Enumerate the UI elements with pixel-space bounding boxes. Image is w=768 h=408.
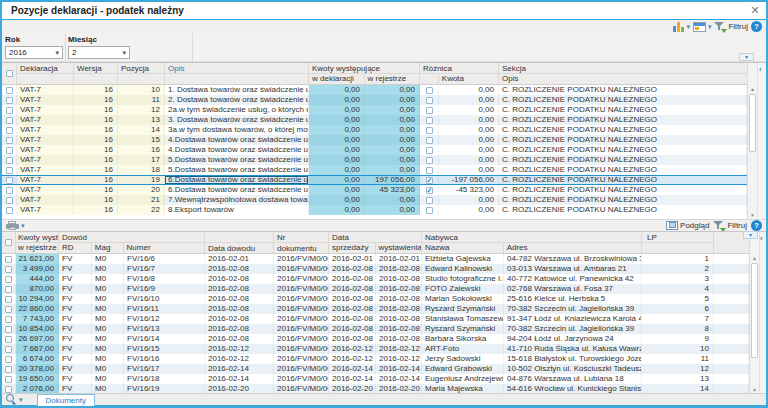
row-checkbox[interactable] — [6, 87, 13, 94]
chart-button[interactable]: ▾ — [673, 22, 690, 32]
row-checkbox[interactable] — [426, 157, 433, 164]
table-row[interactable]: 10 294,00FVM0FV/16/102016-02-082016/FV/M… — [2, 294, 749, 304]
column-group-data[interactable]: Data sprzedażywystawienia — [329, 232, 422, 253]
row-checkbox[interactable] — [5, 366, 12, 373]
row-checkbox[interactable] — [5, 326, 12, 333]
column-header-wersja[interactable]: Wersja — [74, 63, 118, 84]
row-checkbox[interactable] — [5, 306, 12, 313]
row-checkbox[interactable] — [6, 137, 13, 144]
table-row[interactable]: VAT-716133. Dostawa towarów oraz świadcz… — [2, 115, 747, 125]
table-row[interactable]: 22 860,00FVM0FV/16/112016-02-082016/FV/M… — [2, 304, 749, 314]
table-row[interactable]: 6 674,00FVM0FV/16/162016-02-122016/FV/M0… — [2, 354, 749, 364]
vertical-scrollbar[interactable]: ▲ ▼ — [749, 254, 759, 394]
row-checkbox[interactable] — [5, 356, 12, 363]
table-row[interactable]: VAT-716175.Dostawa towarów oraz świadcze… — [2, 155, 747, 165]
row-checkbox[interactable]: ✓ — [426, 187, 433, 194]
row-checkbox[interactable] — [5, 386, 12, 393]
magnifier-icon[interactable] — [6, 394, 17, 405]
column-header-pozycja[interactable]: Pozycja — [118, 63, 165, 84]
table-row[interactable]: 444,00FVM0FV/16/82016-02-082016/FV/M0/00… — [2, 274, 749, 284]
column-header-opis[interactable]: Opis — [165, 63, 309, 84]
table-row[interactable]: 870,00FVM0FV/16/92016-02-082016/FV/M0/00… — [2, 284, 749, 294]
chevron-down-icon[interactable]: ▾ — [19, 397, 23, 403]
row-checkbox[interactable] — [426, 167, 433, 174]
preview-button[interactable]: Podgląd — [666, 221, 709, 230]
table-row[interactable]: VAT-716143a.w tym dostawa towarów, o któ… — [2, 125, 747, 135]
row-checkbox[interactable] — [426, 207, 433, 214]
column-header-nr-dokumentu[interactable]: Nrdokumentu — [274, 232, 329, 253]
row-checkbox[interactable] — [426, 117, 433, 124]
row-checkbox[interactable] — [6, 107, 13, 114]
column-group-dowod[interactable]: Dowód RDMagNumer — [59, 232, 205, 253]
table-row[interactable]: VAT-716196.Dostawa towarów oraz świadcze… — [2, 175, 747, 185]
table-row[interactable]: 3 499,00FVM0FV/16/72016-02-082016/FV/M0/… — [2, 264, 749, 274]
row-checkbox[interactable] — [5, 376, 12, 383]
collapse-panel-button[interactable]: ▾ — [743, 231, 758, 239]
column-group-nabywca[interactable]: Nabywca NazwaAdres — [422, 232, 642, 253]
year-select[interactable]: 2016▾ — [5, 46, 63, 59]
row-checkbox[interactable] — [6, 197, 13, 204]
table-row[interactable]: VAT-716122a.w tym świadczenie usług, o k… — [2, 105, 747, 115]
select-all-checkbox[interactable] — [2, 232, 16, 253]
table-row[interactable]: 20 378,00FVM0FV/16/172016-02-142016/FV/M… — [2, 364, 749, 374]
help-icon[interactable]: ? — [751, 21, 762, 32]
row-checkbox[interactable] — [6, 127, 13, 134]
tab-dokumenty[interactable]: Dokumenty — [37, 394, 95, 406]
row-checkbox[interactable] — [426, 107, 433, 114]
row-checkbox[interactable] — [5, 296, 12, 303]
column-header-lp[interactable]: LP — [642, 232, 714, 253]
row-checkbox[interactable] — [6, 117, 13, 124]
row-checkbox[interactable] — [426, 197, 433, 204]
column-group-kwoty[interactable]: Kwoty występują w rejestrze — [16, 232, 59, 253]
table-row[interactable]: VAT-716206.Dostawa towarów oraz świadcze… — [2, 185, 747, 195]
row-checkbox[interactable] — [5, 286, 12, 293]
row-checkbox[interactable] — [6, 167, 13, 174]
table-row[interactable]: 7 667,00FVM0FV/16/152016-02-122016/FV/M0… — [2, 344, 749, 354]
month-select[interactable]: 2▾ — [68, 46, 130, 59]
table-row[interactable]: VAT-716154.Dostawa towarów oraz świadcze… — [2, 135, 747, 145]
table-row[interactable]: 21 621,00FVM0FV/16/62016-02-012016/FV/M0… — [2, 254, 749, 264]
table-row[interactable]: VAT-716164.Dostawa towarów oraz świadcze… — [2, 145, 747, 155]
select-all-checkbox[interactable] — [2, 63, 17, 84]
row-checkbox[interactable] — [426, 127, 433, 134]
row-checkbox[interactable] — [5, 346, 12, 353]
close-icon[interactable]: ✕ — [748, 4, 762, 17]
row-checkbox[interactable] — [5, 316, 12, 323]
filter-button-bottom[interactable]: Filtruj — [713, 221, 747, 231]
collapse-left-icon[interactable]: ‹ — [759, 65, 762, 74]
row-checkbox[interactable] — [6, 207, 13, 214]
scrollbar-thumb[interactable] — [749, 94, 756, 152]
row-checkbox[interactable] — [5, 276, 12, 283]
column-header-deklaracja[interactable]: Deklaracja — [17, 63, 74, 84]
vertical-scrollbar[interactable]: ▲ ▼ — [747, 85, 757, 219]
column-group-sekcja[interactable]: Sekcja Opis — [499, 63, 747, 84]
row-checkbox[interactable] — [6, 177, 13, 184]
row-checkbox[interactable] — [5, 266, 12, 273]
column-group-roznica[interactable]: Różnica Kwota — [420, 63, 499, 84]
filter-button[interactable]: Filtruj — [714, 22, 748, 32]
column-header-data-dowodu[interactable]: Data dowodu — [205, 232, 274, 253]
row-checkbox[interactable] — [6, 187, 13, 194]
row-checkbox[interactable] — [426, 147, 433, 154]
scroll-down-icon[interactable]: ▼ — [748, 211, 757, 219]
table-row[interactable]: 10 854,00FVM0FV/16/132016-02-082016/FV/M… — [2, 324, 749, 334]
collapse-panel-button[interactable]: ▾ — [739, 53, 754, 61]
row-checkbox[interactable] — [6, 97, 13, 104]
table-row[interactable]: 19 650,00FVM0FV/16/182016-02-142016/FV/M… — [2, 374, 749, 384]
collapse-left-icon[interactable]: ‹ — [760, 234, 763, 243]
scroll-up-icon[interactable]: ▲ — [750, 254, 759, 262]
row-checkbox[interactable]: ✓ — [426, 177, 433, 184]
table-row[interactable]: VAT-716101. Dostawa towarów oraz świadcz… — [2, 85, 747, 95]
row-checkbox[interactable] — [5, 336, 12, 343]
table-row[interactable]: VAT-716217.Wewnątrzwspólnotowa dostawa t… — [2, 195, 747, 205]
row-checkbox[interactable] — [426, 87, 433, 94]
print-button[interactable]: ▾ — [2, 221, 25, 231]
column-group-kwoty[interactable]: Kwoty występujące w deklaracjiw rejestrz… — [309, 63, 420, 84]
table-row[interactable]: VAT-716112. Dostawa towarów oraz świadcz… — [2, 95, 747, 105]
scroll-up-icon[interactable]: ▲ — [748, 85, 757, 93]
row-checkbox[interactable] — [6, 157, 13, 164]
table-view-button[interactable]: ▾ — [693, 22, 712, 32]
row-checkbox[interactable] — [5, 256, 12, 263]
table-row[interactable]: 26 697,00FVM0FV/16/142016-02-082016/FV/M… — [2, 334, 749, 344]
row-checkbox[interactable] — [6, 147, 13, 154]
